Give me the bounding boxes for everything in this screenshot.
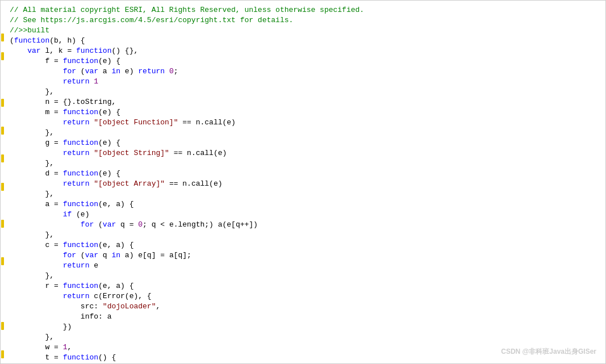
number-token: 0 xyxy=(138,220,143,229)
plain-token: ; xyxy=(174,67,178,76)
plain-token: l, k = xyxy=(41,47,76,55)
code-line: a = function(e, a) { xyxy=(10,199,605,210)
indicator-dot xyxy=(1,145,4,154)
indent4-token xyxy=(10,47,27,55)
indicator-dot xyxy=(1,164,4,173)
plain-token: c = xyxy=(45,241,62,249)
code-line: for (var a in e) return 0; xyxy=(10,66,605,77)
plain-token: , xyxy=(156,302,160,311)
indent8-token xyxy=(10,139,45,147)
indicator-dot xyxy=(1,43,4,52)
comment-token: // See https://js.arcgis.com/4.5/esri/co… xyxy=(10,16,293,24)
plain-token: q = xyxy=(116,220,138,229)
indicator-dot xyxy=(1,284,4,294)
indicator-dot xyxy=(1,266,4,275)
keyword-token: function xyxy=(63,282,98,290)
plain-token: src: xyxy=(81,302,103,311)
code-line: return "_" + w++ xyxy=(10,363,605,363)
code-line: return e xyxy=(10,261,605,271)
indicator-dot xyxy=(1,33,4,42)
indicator-dot xyxy=(1,294,4,303)
code-line: r = function(e, a) { xyxy=(10,281,605,291)
indent16-token xyxy=(10,312,81,321)
indent8-token xyxy=(10,57,45,65)
indent12-token xyxy=(10,77,63,86)
indicator-dot xyxy=(1,154,4,163)
plain-token: w = xyxy=(45,343,62,352)
plain-token: () { xyxy=(98,353,116,362)
indicator-dot xyxy=(1,61,4,70)
code-line: g = function(e) { xyxy=(10,138,605,148)
indent8-token xyxy=(10,169,45,178)
plain-token: }, xyxy=(45,271,54,280)
indent8-token xyxy=(10,190,45,198)
plain-token: }, xyxy=(45,159,54,168)
code-line: d = function(e) { xyxy=(10,169,605,179)
plain-token: }, xyxy=(45,190,54,198)
keyword-token: var xyxy=(27,47,40,55)
keyword-token: var xyxy=(85,251,98,260)
keyword-token: function xyxy=(63,241,98,249)
code-line: return c(Error(e), { xyxy=(10,291,605,302)
keyword-token: var xyxy=(85,67,98,76)
plain-token: ; q < e.length;) a(e[q++]) xyxy=(143,220,258,229)
indent12-token xyxy=(10,67,63,76)
plain-token: }, xyxy=(45,87,54,96)
keyword-token: function xyxy=(63,353,98,362)
code-line: (function(b, h) { xyxy=(10,36,605,46)
indicator-dot xyxy=(1,80,4,89)
indicator-dot xyxy=(1,312,4,321)
plain-token: ( xyxy=(76,251,85,260)
plain-token: e xyxy=(89,261,98,270)
plain-token xyxy=(165,67,169,76)
keyword-token: return xyxy=(63,77,90,86)
plain-token: == n.call(e) xyxy=(165,179,222,188)
keyword-token: in xyxy=(111,251,120,260)
indicator-dot xyxy=(1,52,4,61)
plain-token: }, xyxy=(45,333,54,341)
indent12-token xyxy=(10,149,63,157)
indicator-dot xyxy=(1,117,4,126)
plain-token: (e, a) { xyxy=(98,282,133,290)
indent8-token xyxy=(10,98,45,106)
indent8-token xyxy=(10,241,45,249)
indent8-token xyxy=(10,87,45,96)
code-line: }, xyxy=(10,189,605,199)
code-line: }, xyxy=(10,158,605,169)
keyword-token: for xyxy=(63,67,76,76)
indent12-token xyxy=(10,179,63,188)
plain-token: (e) { xyxy=(98,57,120,65)
indicator-dot xyxy=(1,14,4,23)
code-line: for (var q in a) e[q] = a[q]; xyxy=(10,250,605,261)
keyword-token: return xyxy=(138,67,165,76)
indicator-dot xyxy=(1,340,4,349)
plain-token: , xyxy=(67,343,72,352)
plain-token: r = xyxy=(45,282,62,290)
paren-token: ( xyxy=(10,36,14,45)
code-line: }, xyxy=(10,87,605,97)
plain-token: info: a xyxy=(81,312,112,321)
code-line: return "[object Array]" == n.call(e) xyxy=(10,179,605,189)
code-line: c = function(e, a) { xyxy=(10,240,605,250)
plain-token: n = {}.toString, xyxy=(45,98,116,106)
plain-token: t = xyxy=(45,353,62,362)
indicator-dot xyxy=(1,98,4,107)
indicator-dot xyxy=(1,126,4,135)
code-line: }, xyxy=(10,332,605,342)
plain-token: (e) xyxy=(72,210,89,219)
indicator-dot xyxy=(1,331,4,340)
plain-token: a = xyxy=(45,200,62,208)
keyword-token: return xyxy=(63,261,90,270)
plain-token: (e, a) { xyxy=(98,241,133,249)
indicator-dot xyxy=(1,173,4,182)
indicator-dot xyxy=(1,210,4,219)
keyword-token: var xyxy=(103,220,116,229)
indent8-token xyxy=(10,159,45,168)
plain-token: }) xyxy=(63,323,72,331)
indent12-token xyxy=(10,323,63,331)
plain-token: ( xyxy=(94,220,103,229)
code-line: //>>built xyxy=(10,26,605,36)
indent8-token xyxy=(10,231,45,239)
code-content[interactable]: // All material copyright ESRI, All Righ… xyxy=(5,1,605,363)
code-line: return "[object String]" == n.call(e) xyxy=(10,148,605,158)
